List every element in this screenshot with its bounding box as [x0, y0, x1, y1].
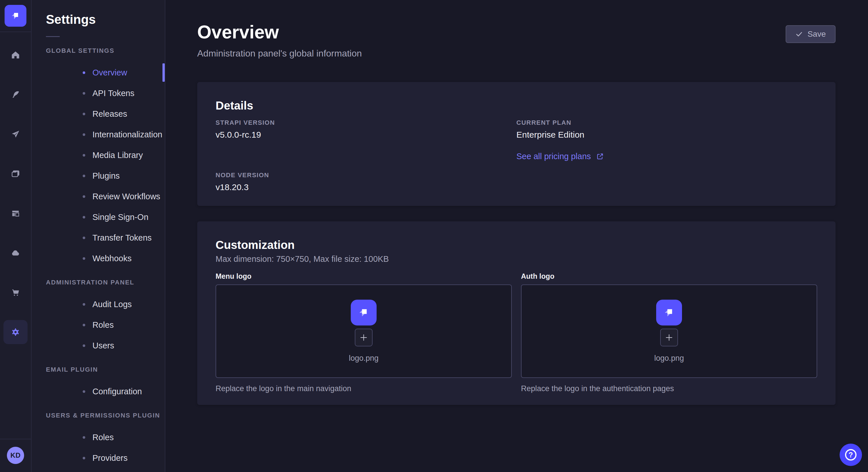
bullet-icon	[83, 257, 85, 260]
settings-subnav: Settings GLOBAL SETTINGS Overview API To…	[32, 0, 165, 472]
auth-logo-preview-icon	[656, 300, 682, 326]
section-label-users-permissions-plugin: USERS & PERMISSIONS PLUGIN	[32, 410, 165, 421]
subnav-item-label: Internationalization	[92, 130, 162, 139]
subnav-item-webhooks[interactable]: Webhooks	[32, 248, 165, 269]
bullet-icon	[83, 344, 85, 347]
check-icon	[795, 30, 803, 38]
send-icon[interactable]	[3, 122, 28, 146]
subnav-item-review-workflows[interactable]: Review Workflows	[32, 186, 165, 207]
media-library-icon[interactable]	[3, 162, 28, 186]
strapi-version-field: STRAPI VERSION v5.0.0-rc.19	[216, 119, 516, 140]
bullet-icon	[83, 175, 85, 177]
home-icon[interactable]	[3, 43, 28, 67]
subnav-title-rule	[46, 36, 60, 37]
current-plan-value: Enterprise Edition	[516, 129, 817, 140]
pricing-plans-link-label: See all pricing plans	[516, 152, 591, 161]
subnav-item-label: Webhooks	[92, 254, 132, 263]
settings-gear-icon[interactable]	[3, 320, 28, 344]
bullet-icon	[83, 237, 85, 239]
sidebar-divider	[0, 32, 31, 32]
subnav-item-transfer-tokens[interactable]: Transfer Tokens	[32, 227, 165, 248]
auth-logo-add-button[interactable]	[660, 329, 678, 346]
subnav-item-plugins[interactable]: Plugins	[32, 165, 165, 186]
subnav-item-up-roles[interactable]: Roles	[32, 427, 165, 448]
bullet-icon	[83, 154, 85, 157]
bullet-icon	[83, 216, 85, 218]
save-button-label: Save	[807, 30, 826, 39]
menu-logo-preview-icon	[351, 300, 377, 326]
customization-card: Customization Max dimension: 750×750, Ma…	[197, 222, 836, 405]
plus-icon	[360, 333, 368, 342]
subnav-item-label: Roles	[92, 320, 114, 330]
auth-logo-filename: logo.png	[654, 354, 684, 363]
subnav-item-label: Roles	[92, 433, 114, 442]
subnav-item-admin-roles[interactable]: Roles	[32, 314, 165, 335]
subnav-item-label: Transfer Tokens	[92, 233, 152, 243]
current-plan-label: CURRENT PLAN	[516, 119, 817, 127]
strapi-logo-icon[interactable]	[5, 5, 26, 27]
strapi-version-value: v5.0.0-rc.19	[216, 129, 516, 140]
bullet-icon	[83, 195, 85, 198]
section-label-global-settings: GLOBAL SETTINGS	[32, 45, 165, 57]
cart-icon[interactable]	[3, 280, 28, 305]
auth-logo-caption: Replace the logo in the authentication p…	[521, 384, 817, 394]
page-title: Overview	[197, 22, 362, 42]
help-button[interactable]: ?	[840, 444, 862, 466]
menu-logo-label: Menu logo	[216, 272, 512, 281]
auth-logo-dropzone[interactable]: logo.png	[521, 284, 817, 378]
subnav-item-audit-logs[interactable]: Audit Logs	[32, 294, 165, 314]
section-label-administration-panel: ADMINISTRATION PANEL	[32, 277, 165, 288]
cloud-icon[interactable]	[3, 241, 28, 265]
bullet-icon	[83, 324, 85, 326]
feather-icon[interactable]	[3, 82, 28, 107]
subnav-item-label: API Tokens	[92, 89, 134, 98]
details-card: Details STRAPI VERSION v5.0.0-rc.19 NODE…	[197, 82, 836, 206]
subnav-item-label: Audit Logs	[92, 300, 132, 309]
user-avatar[interactable]: KD	[7, 447, 24, 464]
customization-card-subtitle: Max dimension: 750×750, Max file size: 1…	[216, 254, 817, 264]
subnav-title: Settings	[32, 11, 165, 28]
subnav-item-admin-users[interactable]: Users	[32, 335, 165, 356]
bullet-icon	[83, 457, 85, 460]
auth-logo-label: Auth logo	[521, 272, 817, 281]
menu-logo-filename: logo.png	[349, 354, 379, 363]
menu-logo-dropzone[interactable]: logo.png	[216, 284, 512, 378]
subnav-item-label: Media Library	[92, 150, 143, 160]
subnav-item-label: Single Sign-On	[92, 212, 148, 222]
bullet-icon	[83, 113, 85, 115]
current-plan-field: CURRENT PLAN Enterprise Edition	[516, 119, 817, 140]
bullet-icon	[83, 71, 85, 74]
customization-card-title: Customization	[216, 237, 817, 252]
subnav-item-internationalization[interactable]: Internationalization	[32, 124, 165, 145]
bullet-icon	[83, 436, 85, 439]
plus-icon	[665, 333, 673, 342]
bullet-icon	[83, 133, 85, 136]
subnav-item-media-library[interactable]: Media Library	[32, 145, 165, 165]
question-mark-icon: ?	[845, 449, 857, 461]
menu-logo-upload: Menu logo logo.png	[216, 272, 512, 394]
external-link-icon	[596, 153, 604, 160]
subnav-item-releases[interactable]: Releases	[32, 103, 165, 124]
subnav-item-label: Plugins	[92, 171, 120, 181]
section-label-email-plugin: EMAIL PLUGIN	[32, 364, 165, 375]
layout-icon[interactable]	[3, 201, 28, 225]
subnav-item-api-tokens[interactable]: API Tokens	[32, 83, 165, 103]
main-content: Overview Administration panel's global i…	[165, 0, 868, 472]
subnav-item-label: Configuration	[92, 387, 142, 396]
auth-logo-upload: Auth logo logo.png	[521, 272, 817, 394]
node-version-field: NODE VERSION v18.20.3	[216, 171, 516, 193]
subnav-item-label: Providers	[92, 453, 128, 463]
save-button[interactable]: Save	[786, 25, 836, 43]
subnav-item-email-configuration[interactable]: Configuration	[32, 381, 165, 402]
menu-logo-caption: Replace the logo in the main navigation	[216, 384, 512, 394]
strapi-version-label: STRAPI VERSION	[216, 119, 516, 127]
bullet-icon	[83, 390, 85, 393]
main-nav-sidebar: KD	[0, 0, 32, 472]
bullet-icon	[83, 92, 85, 95]
subnav-item-up-providers[interactable]: Providers	[32, 448, 165, 468]
subnav-item-label: Overview	[92, 68, 127, 77]
subnav-item-single-sign-on[interactable]: Single Sign-On	[32, 207, 165, 227]
subnav-item-overview[interactable]: Overview	[32, 62, 165, 83]
menu-logo-add-button[interactable]	[355, 329, 373, 346]
pricing-plans-link[interactable]: See all pricing plans	[516, 152, 604, 161]
